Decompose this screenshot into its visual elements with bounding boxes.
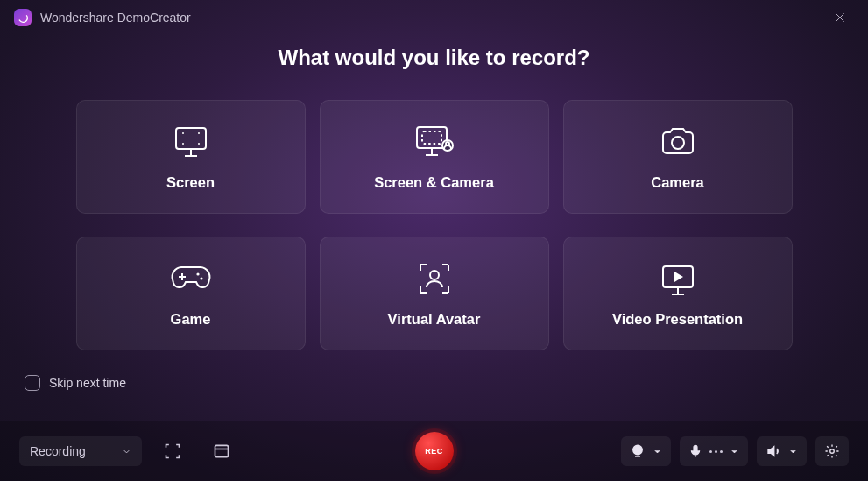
svg-point-2 [182, 132, 184, 134]
mode-dropdown-label: Recording [30, 444, 86, 458]
page-heading: What would you like to record? [0, 46, 868, 70]
skip-next-time-row[interactable]: Skip next time [0, 375, 868, 391]
chevron-down-icon [788, 447, 798, 456]
bottom-toolbar: Recording REC [0, 421, 868, 481]
card-screen-camera[interactable]: Screen & Camera [320, 100, 549, 214]
gamepad-icon [169, 260, 213, 297]
svg-point-3 [198, 132, 200, 134]
svg-point-11 [196, 272, 199, 275]
card-game[interactable]: Game [76, 237, 306, 350]
chevron-down-icon [730, 447, 739, 456]
skip-label: Skip next time [49, 376, 126, 390]
presentation-icon [658, 260, 698, 297]
mode-dropdown[interactable]: Recording [19, 436, 142, 466]
card-screen[interactable]: Screen [76, 100, 306, 214]
svg-point-13 [430, 271, 439, 279]
svg-point-12 [200, 277, 202, 279]
svg-point-4 [182, 143, 184, 145]
svg-rect-1 [176, 128, 206, 149]
level-indicator-icon [709, 450, 723, 453]
speaker-toggle[interactable] [757, 436, 807, 466]
svg-point-19 [830, 449, 835, 454]
capture-area-button[interactable] [154, 436, 191, 466]
camera-icon [658, 124, 698, 160]
settings-button[interactable] [815, 436, 849, 466]
card-label: Screen & Camera [374, 174, 494, 191]
microphone-toggle[interactable] [680, 436, 748, 466]
card-label: Camera [651, 174, 704, 191]
avatar-icon [415, 260, 454, 297]
svg-rect-7 [422, 131, 441, 144]
card-video-presentation[interactable]: Video Presentation [563, 237, 793, 350]
svg-rect-15 [215, 445, 229, 456]
svg-point-17 [636, 448, 640, 452]
record-mode-grid: Screen Screen & Camera Camera [0, 100, 868, 350]
chevron-down-icon [653, 447, 662, 456]
app-logo-icon [14, 9, 32, 26]
card-virtual-avatar[interactable]: Virtual Avatar [320, 237, 549, 350]
close-button[interactable] [826, 4, 854, 32]
window-select-button[interactable] [203, 436, 240, 466]
card-label: Game [171, 311, 211, 328]
chevron-down-icon [122, 447, 131, 456]
card-label: Virtual Avatar [388, 311, 481, 328]
svg-point-5 [198, 143, 200, 145]
webcam-toggle[interactable] [621, 436, 671, 466]
card-label: Screen [166, 174, 215, 191]
app-title: Wondershare DemoCreator [40, 11, 191, 25]
svg-point-10 [672, 137, 684, 149]
card-label: Video Presentation [612, 311, 743, 328]
screen-icon [171, 124, 211, 160]
screen-camera-icon [412, 124, 457, 160]
card-camera[interactable]: Camera [563, 100, 793, 214]
titlebar: Wondershare DemoCreator [0, 0, 868, 35]
record-button[interactable]: REC [415, 432, 454, 470]
record-button-label: REC [425, 447, 443, 456]
svg-point-0 [18, 12, 29, 24]
skip-checkbox[interactable] [25, 375, 40, 391]
